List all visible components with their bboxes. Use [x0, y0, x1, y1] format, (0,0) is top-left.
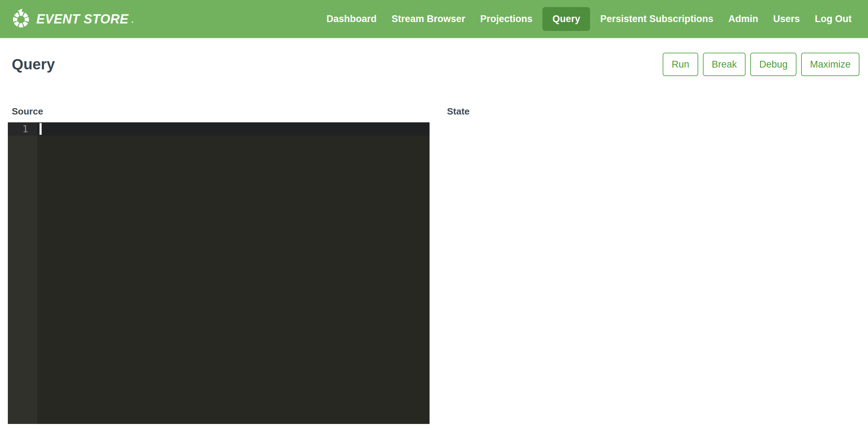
- nav-menu: Dashboard Stream Browser Projections Que…: [319, 7, 859, 31]
- state-panel-body: [443, 122, 859, 424]
- maximize-button[interactable]: Maximize: [801, 53, 859, 76]
- query-actions: Run Break Debug Maximize: [663, 53, 859, 76]
- nav-item-admin[interactable]: Admin: [721, 7, 766, 31]
- page-header: Query Run Break Debug Maximize: [12, 53, 859, 76]
- source-panel-label: Source: [12, 107, 430, 116]
- break-button[interactable]: Break: [703, 53, 746, 76]
- nav-item-log-out[interactable]: Log Out: [807, 7, 859, 31]
- nav-item-stream-browser[interactable]: Stream Browser: [384, 7, 473, 31]
- editor-text-cursor: [40, 123, 42, 135]
- nav-item-projections[interactable]: Projections: [473, 7, 540, 31]
- state-panel-label: State: [447, 107, 859, 116]
- editor-gutter: [8, 122, 37, 424]
- brand-trademark-dot: .: [131, 16, 133, 25]
- eventstore-logo-icon: [11, 8, 31, 31]
- debug-button[interactable]: Debug: [750, 53, 796, 76]
- run-button[interactable]: Run: [663, 53, 698, 76]
- editor-active-line-highlight: [37, 122, 430, 136]
- page-title: Query: [12, 53, 55, 76]
- query-source-editor[interactable]: 1: [8, 122, 430, 424]
- nav-item-persistent-subscriptions[interactable]: Persistent Subscriptions: [593, 7, 721, 31]
- nav-item-dashboard[interactable]: Dashboard: [319, 7, 384, 31]
- top-navbar: EVENT STORE . Dashboard Stream Browser P…: [0, 0, 868, 38]
- state-panel: State: [443, 107, 859, 424]
- source-panel: Source 1: [8, 107, 430, 424]
- brand[interactable]: EVENT STORE .: [11, 7, 133, 31]
- brand-name: EVENT STORE: [36, 12, 128, 27]
- main-content: Source 1 State: [8, 107, 859, 424]
- nav-item-users[interactable]: Users: [766, 7, 807, 31]
- nav-item-query[interactable]: Query: [542, 7, 590, 31]
- editor-line-number: 1: [8, 122, 28, 136]
